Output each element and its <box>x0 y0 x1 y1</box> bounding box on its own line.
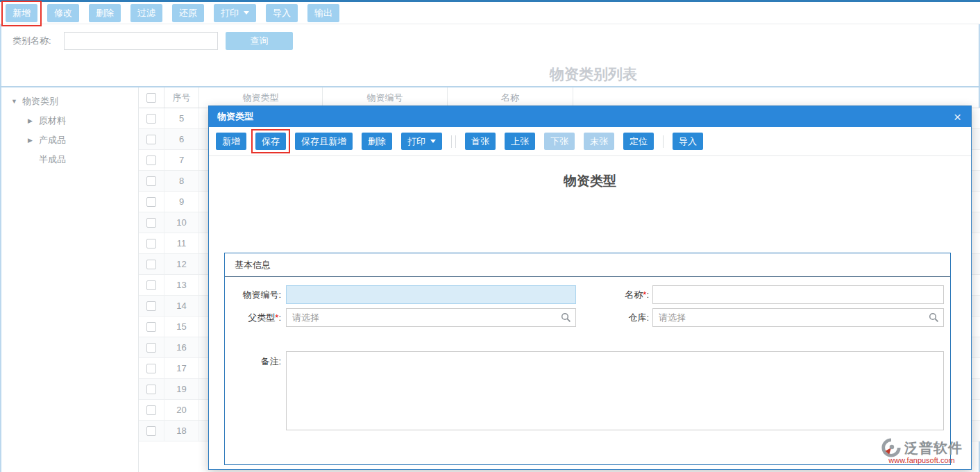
material-no-input[interactable] <box>286 285 576 304</box>
restore-button[interactable]: 还原 <box>172 4 204 22</box>
modal-print-button[interactable]: 打印 <box>401 133 442 150</box>
modal-toolbar-button-wrap-print: 打印 <box>401 133 442 150</box>
column-header-3: 物资编号 <box>323 87 448 108</box>
row-checkbox[interactable] <box>146 260 156 269</box>
add-button[interactable]: 新增 <box>6 4 37 22</box>
modal-import-button[interactable]: 导入 <box>673 133 703 150</box>
watermark: 泛普软件 www.fanpusoft.com <box>881 437 963 464</box>
modal-prev-button[interactable]: 上张 <box>505 133 535 150</box>
modal-save-button[interactable]: 保存 <box>255 133 286 150</box>
modal-body-title: 物资类型 <box>209 172 971 190</box>
triangle-right-icon[interactable]: ▶ <box>28 137 39 144</box>
row-checkbox[interactable] <box>146 301 156 311</box>
remarks-textarea[interactable] <box>286 351 944 430</box>
warehouse-label-text: 仓库 <box>628 312 646 323</box>
row-checkbox[interactable] <box>146 135 156 144</box>
modal-toolbar-button-wrap-locate: 定位 <box>623 133 654 150</box>
column-header-2: 物资类型 <box>199 87 323 108</box>
row-checkbox-cell <box>139 275 164 295</box>
name-input[interactable] <box>652 285 944 304</box>
top-toolbar: 新增修改删除过滤还原打印导入输出 <box>0 2 980 24</box>
toolbar-button-wrap-print: 打印 <box>214 4 256 22</box>
tree-item-finished-product[interactable]: ▶产成品 <box>0 130 138 150</box>
print-button[interactable]: 打印 <box>214 4 256 22</box>
parent-type-colon: : <box>278 312 281 323</box>
row-seq-cell: 16 <box>164 337 199 357</box>
row-seq-cell: 9 <box>164 192 199 212</box>
app-window: 新增修改删除过滤还原打印导入输出 类别名称: 查询 物资类别列表 ▼物资类别▶原… <box>0 0 980 472</box>
fanpu-logo-icon <box>881 437 902 458</box>
row-checkbox[interactable] <box>146 343 156 353</box>
modal-toolbar-button-wrap-first: 首张 <box>465 133 496 150</box>
row-checkbox-cell <box>139 171 164 191</box>
modal-add-button[interactable]: 新增 <box>216 133 246 150</box>
toolbar-button-wrap-import: 导入 <box>266 4 298 22</box>
row-checkbox-cell <box>139 129 164 149</box>
modal-toolbar-button-wrap-next: 下张 <box>544 133 575 150</box>
row-checkbox[interactable] <box>146 280 156 290</box>
tree-item-semi-finished-product[interactable]: 半成品 <box>0 150 138 169</box>
select-all-checkbox[interactable] <box>146 93 156 103</box>
material-no-label: 物资编号: <box>225 285 281 304</box>
modal-toolbar: 新增保存保存且新增删除打印首张上张下张末张定位导入 <box>209 127 971 156</box>
category-name-input[interactable] <box>64 32 218 50</box>
row-checkbox-cell <box>139 254 164 274</box>
modal-delete-button[interactable]: 删除 <box>362 133 392 150</box>
row-checkbox[interactable] <box>146 385 156 394</box>
remarks-label-text: 备注 <box>260 356 278 366</box>
modal-first-button[interactable]: 首张 <box>465 133 496 150</box>
modal-header: 物资类型 × <box>209 106 971 127</box>
row-checkbox[interactable] <box>146 239 156 248</box>
import-button[interactable]: 导入 <box>266 4 298 22</box>
row-seq-cell: 11 <box>164 233 199 253</box>
column-header-1: 序号 <box>164 87 199 108</box>
material-no-colon: : <box>278 289 281 300</box>
row-checkbox[interactable] <box>146 405 156 415</box>
query-button[interactable]: 查询 <box>226 32 293 50</box>
warehouse-input[interactable] <box>652 308 944 327</box>
warehouse-select[interactable] <box>652 308 944 327</box>
row-checkbox[interactable] <box>146 218 156 228</box>
search-icon[interactable] <box>561 312 571 323</box>
row-checkbox[interactable] <box>146 197 156 207</box>
warehouse-label: 仓库: <box>586 308 649 327</box>
row-checkbox[interactable] <box>146 322 156 332</box>
modal-toolbar-button-wrap-save-and-add: 保存且新增 <box>295 133 353 150</box>
row-checkbox-cell <box>139 192 164 212</box>
row-checkbox-cell <box>139 108 164 128</box>
name-colon: : <box>646 289 649 300</box>
modal-save-and-add-button[interactable]: 保存且新增 <box>295 133 353 150</box>
modal-toolbar-button-wrap-last: 末张 <box>584 133 614 150</box>
column-header-fill <box>573 87 980 108</box>
parent-type-select[interactable] <box>286 308 576 327</box>
tree-item-label: 原材料 <box>39 115 66 127</box>
select-all-cell <box>139 87 164 108</box>
row-checkbox[interactable] <box>146 114 156 124</box>
close-icon[interactable]: × <box>954 106 961 127</box>
parent-type-input[interactable] <box>286 308 576 327</box>
row-checkbox[interactable] <box>146 364 156 373</box>
tree-item-label: 物资类别 <box>22 95 58 108</box>
edit-button[interactable]: 修改 <box>47 4 79 22</box>
row-checkbox[interactable] <box>146 155 156 165</box>
delete-button[interactable]: 删除 <box>89 4 121 22</box>
triangle-down-icon[interactable]: ▼ <box>11 98 22 105</box>
modal-locate-button[interactable]: 定位 <box>623 133 654 150</box>
filter-button[interactable]: 过滤 <box>130 4 162 22</box>
toolbar-button-wrap-delete: 删除 <box>89 4 121 22</box>
row-seq-cell: 5 <box>164 108 199 128</box>
row-checkbox[interactable] <box>146 426 156 436</box>
row-checkbox-cell <box>139 296 164 316</box>
modal-toolbar-button-wrap-delete: 删除 <box>362 133 392 150</box>
row-seq-cell: 7 <box>164 150 199 170</box>
tree-item-material-category[interactable]: ▼物资类别 <box>0 92 138 111</box>
modal-toolbar-button-wrap-save: 保存 <box>255 133 286 150</box>
warehouse-colon: : <box>646 312 649 323</box>
material-type-modal: 物资类型 × 新增保存保存且新增删除打印首张上张下张末张定位导入 物资类型 基本… <box>208 106 972 470</box>
triangle-right-icon[interactable]: ▶ <box>28 117 39 124</box>
search-icon[interactable] <box>929 312 939 323</box>
tree-item-raw-material[interactable]: ▶原材料 <box>0 111 138 130</box>
row-checkbox[interactable] <box>146 176 156 186</box>
modal-toolbar-button-wrap-import: 导入 <box>673 133 703 150</box>
export-button[interactable]: 输出 <box>307 4 339 22</box>
